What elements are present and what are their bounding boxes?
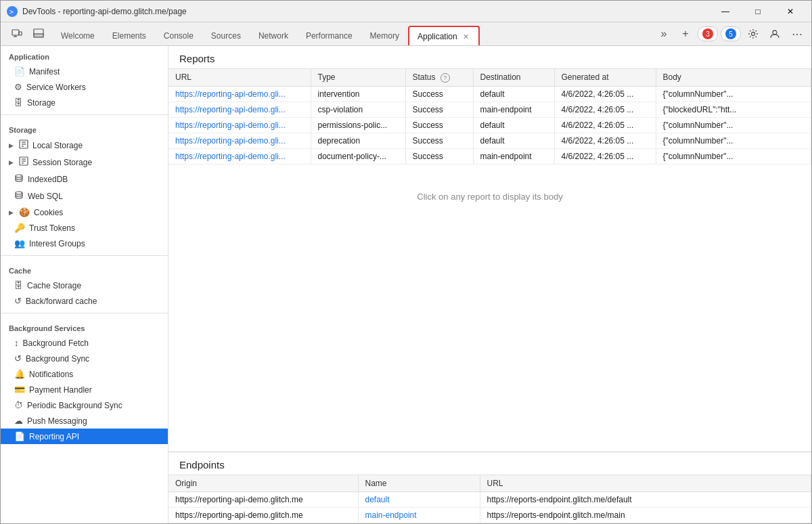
tab-left-icons bbox=[3, 22, 52, 45]
report-body: {"blockedURL":"htt... bbox=[656, 102, 811, 117]
settings-button[interactable] bbox=[744, 24, 763, 43]
svg-point-8 bbox=[752, 32, 755, 36]
endpoints-table-area[interactable]: Origin Name URL https://reporting-api-de… bbox=[168, 475, 811, 523]
session-storage-icon bbox=[19, 156, 28, 168]
sidebar-item-reporting-api[interactable]: 📄 Reporting API bbox=[1, 429, 168, 444]
sidebar-item-background-sync[interactable]: ↺ Background Sync bbox=[1, 351, 168, 366]
tab-network[interactable]: Network bbox=[250, 25, 297, 45]
col-generated: Generated at bbox=[554, 69, 656, 86]
table-row[interactable]: https://reporting-api-demo.gli... permis… bbox=[168, 117, 811, 133]
tab-console-label: Console bbox=[164, 31, 194, 41]
svg-point-19 bbox=[16, 192, 22, 194]
sidebar-item-background-fetch[interactable]: ↕ Background Fetch bbox=[1, 335, 168, 351]
sidebar-manifest-label: Manifest bbox=[29, 67, 60, 77]
background-sync-icon: ↺ bbox=[14, 353, 22, 364]
table-row[interactable]: https://reporting-api-demo.gli... deprec… bbox=[168, 133, 811, 148]
add-tab-button[interactable]: + bbox=[676, 24, 695, 43]
report-status: Success bbox=[405, 102, 473, 117]
ep-url: https://reports-endpoint.glitch.me/main bbox=[480, 508, 811, 523]
payment-handler-label: Payment Handler bbox=[29, 385, 92, 395]
table-row[interactable]: https://reporting-api-demo.gli... interv… bbox=[168, 86, 811, 102]
more-options-button[interactable]: ⋯ bbox=[787, 24, 806, 43]
payment-handler-icon: 💳 bbox=[14, 385, 25, 395]
tab-elements[interactable]: Elements bbox=[104, 25, 155, 45]
sidebar-item-session-storage[interactable]: ▶ Session Storage bbox=[1, 154, 168, 171]
tab-performance[interactable]: Performance bbox=[297, 25, 361, 45]
tab-memory[interactable]: Memory bbox=[361, 25, 408, 45]
report-generated: 4/6/2022, 4:26:05 ... bbox=[554, 102, 656, 117]
table-row[interactable]: https://reporting-api-demo.gli... docume… bbox=[168, 148, 811, 164]
trust-tokens-label: Trust Tokens bbox=[29, 223, 75, 233]
divider-storage bbox=[1, 114, 168, 115]
sidebar-bg-services-title: Background Services bbox=[1, 318, 168, 335]
tab-elements-label: Elements bbox=[112, 31, 146, 41]
cookies-label: Cookies bbox=[34, 208, 63, 217]
backforward-cache-icon: ↺ bbox=[14, 296, 22, 306]
tab-welcome[interactable]: Welcome bbox=[52, 25, 104, 45]
tab-network-label: Network bbox=[258, 31, 288, 41]
sidebar-item-indexeddb[interactable]: IndexedDB bbox=[1, 171, 168, 188]
message-count: 5 bbox=[725, 28, 736, 39]
errors-badge[interactable]: 3 bbox=[698, 26, 718, 41]
notifications-icon: 🔔 bbox=[14, 369, 25, 379]
table-row[interactable]: https://reporting-api-demo.glitch.me def… bbox=[168, 492, 811, 508]
tab-application[interactable]: Application ✕ bbox=[408, 26, 480, 45]
sidebar-item-web-sql[interactable]: Web SQL bbox=[1, 188, 168, 204]
report-url: https://reporting-api-demo.gli... bbox=[168, 117, 311, 133]
cache-storage-label: Cache Storage bbox=[27, 281, 81, 290]
sidebar-item-interest-groups[interactable]: 👥 Interest Groups bbox=[1, 236, 168, 251]
interest-groups-label: Interest Groups bbox=[29, 239, 85, 248]
devtools-dock-button[interactable] bbox=[29, 24, 48, 43]
background-sync-label: Background Sync bbox=[26, 354, 89, 364]
cookies-icon: 🍪 bbox=[19, 207, 30, 217]
background-fetch-icon: ↕ bbox=[14, 338, 19, 348]
ep-origin: https://reporting-api-demo.glitch.me bbox=[168, 492, 358, 508]
tab-application-label: Application bbox=[418, 32, 457, 41]
sidebar-item-storage[interactable]: 🗄 Storage bbox=[1, 95, 168, 110]
storage-icon: 🗄 bbox=[14, 97, 23, 108]
sidebar-item-payment-handler[interactable]: 💳 Payment Handler bbox=[1, 382, 168, 397]
indexeddb-icon bbox=[14, 173, 24, 185]
cache-storage-icon: 🗄 bbox=[14, 280, 23, 290]
ep-col-name: Name bbox=[358, 475, 480, 492]
sidebar-item-push-messaging[interactable]: ☁ Push Messaging bbox=[1, 413, 168, 429]
table-row[interactable]: https://reporting-api-demo.glitch.me mai… bbox=[168, 508, 811, 523]
report-url: https://reporting-api-demo.gli... bbox=[168, 148, 311, 164]
messages-badge[interactable]: 5 bbox=[721, 26, 741, 41]
sidebar-item-manifest[interactable]: 📄 Manifest bbox=[1, 64, 168, 79]
ep-url: https://reports-endpoint.glitch.me/defau… bbox=[480, 492, 811, 508]
ep-col-origin: Origin bbox=[168, 475, 358, 492]
maximize-button[interactable]: □ bbox=[742, 1, 773, 22]
minimize-button[interactable]: — bbox=[710, 1, 741, 22]
reports-table-area[interactable]: URL Type Status ? Destination Generated … bbox=[168, 69, 811, 452]
tab-sources[interactable]: Sources bbox=[202, 25, 250, 45]
ep-origin: https://reporting-api-demo.glitch.me bbox=[168, 508, 358, 523]
tab-memory-label: Memory bbox=[370, 31, 399, 41]
session-storage-label: Session Storage bbox=[32, 158, 92, 167]
window-title: DevTools - reporting-api-demo.glitch.me/… bbox=[22, 7, 710, 16]
sidebar-item-local-storage[interactable]: ▶ Local Storage bbox=[1, 137, 168, 154]
reports-table: URL Type Status ? Destination Generated … bbox=[168, 69, 811, 165]
content-inner: Reports URL Type Status ? bbox=[168, 46, 811, 523]
devtools-window: > DevTools - reporting-api-demo.glitch.m… bbox=[0, 0, 812, 524]
profile-button[interactable] bbox=[765, 24, 784, 43]
sidebar-item-cookies[interactable]: ▶ 🍪 Cookies bbox=[1, 204, 168, 220]
sidebar-item-trust-tokens[interactable]: 🔑 Trust Tokens bbox=[1, 220, 168, 236]
sidebar-item-service-workers[interactable]: ⚙ Service Workers bbox=[1, 79, 168, 95]
tab-performance-label: Performance bbox=[306, 31, 353, 41]
more-tabs-button[interactable]: » bbox=[654, 24, 673, 43]
sidebar-item-cache-storage[interactable]: 🗄 Cache Storage bbox=[1, 278, 168, 293]
tabs-list: Welcome Elements Console Sources Network… bbox=[52, 22, 652, 45]
tab-console[interactable]: Console bbox=[155, 25, 202, 45]
close-button[interactable]: ✕ bbox=[775, 1, 806, 22]
tab-toggle-button[interactable] bbox=[7, 24, 26, 43]
cookies-arrow: ▶ bbox=[9, 209, 14, 216]
tab-application-close[interactable]: ✕ bbox=[461, 32, 470, 42]
service-workers-icon: ⚙ bbox=[14, 82, 22, 92]
report-body: {"columnNumber"... bbox=[656, 117, 811, 133]
sidebar-item-notifications[interactable]: 🔔 Notifications bbox=[1, 366, 168, 382]
sidebar-item-backforward-cache[interactable]: ↺ Back/forward cache bbox=[1, 293, 168, 309]
sidebar-item-periodic-background-sync[interactable]: ⏱ Periodic Background Sync bbox=[1, 397, 168, 413]
report-generated: 4/6/2022, 4:26:05 ... bbox=[554, 133, 656, 148]
table-row[interactable]: https://reporting-api-demo.gli... csp-vi… bbox=[168, 102, 811, 117]
